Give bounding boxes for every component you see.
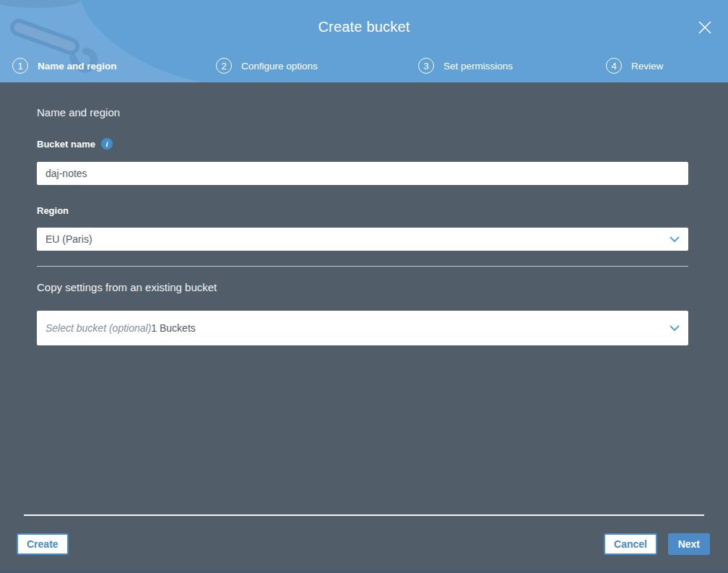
step-label: Name and region [38,61,117,72]
section-heading-name-and-region: Name and region [37,82,691,119]
bucket-name-label: Bucket name i [37,138,691,150]
modal-header: Create bucket 1 Name and region 2 Config… [0,0,728,82]
step-number-badge: 4 [606,58,622,74]
region-selected-value: EU (Paris) [46,233,92,245]
step-review[interactable]: 4 Review [606,58,663,74]
close-icon[interactable] [693,16,716,39]
step-label: Review [631,61,663,72]
copy-settings-bucket-select[interactable]: Select bucket (optional) 1 Buckets [37,311,688,345]
region-select[interactable]: EU (Paris) [37,228,688,251]
chevron-down-icon [670,322,680,334]
next-button[interactable]: Next [668,533,710,555]
step-configure-options[interactable]: 2 Configure options [216,58,318,74]
page-title: Create bucket [0,19,728,35]
step-name-and-region[interactable]: 1 Name and region [12,58,117,74]
create-bucket-modal: Create bucket 1 Name and region 2 Config… [0,0,728,573]
step-label: Configure options [241,61,318,72]
bucket-count: 1 Buckets [151,322,195,334]
info-icon[interactable]: i [101,138,113,150]
step-number-badge: 2 [216,58,232,74]
region-label: Region [37,205,691,216]
page-background-strip [0,569,728,573]
bucket-select-placeholder: Select bucket (optional) [46,322,151,334]
footer-divider [24,514,704,516]
step-indicator: 1 Name and region 2 Configure options 3 … [0,58,728,75]
step-label: Set permissions [443,61,513,72]
bucket-name-label-text: Bucket name [37,139,95,150]
chevron-down-icon [670,233,680,245]
cancel-button[interactable]: Cancel [604,533,657,555]
bucket-name-input[interactable] [37,162,688,185]
section-divider [37,266,688,267]
step-number-badge: 1 [12,58,28,74]
step-set-permissions[interactable]: 3 Set permissions [418,58,513,74]
step-number-badge: 3 [418,58,434,74]
section-heading-copy-settings: Copy settings from an existing bucket [37,281,691,293]
create-button[interactable]: Create [17,533,69,555]
region-label-text: Region [37,205,69,216]
modal-body: Name and region Bucket name i Region EU … [0,82,728,345]
